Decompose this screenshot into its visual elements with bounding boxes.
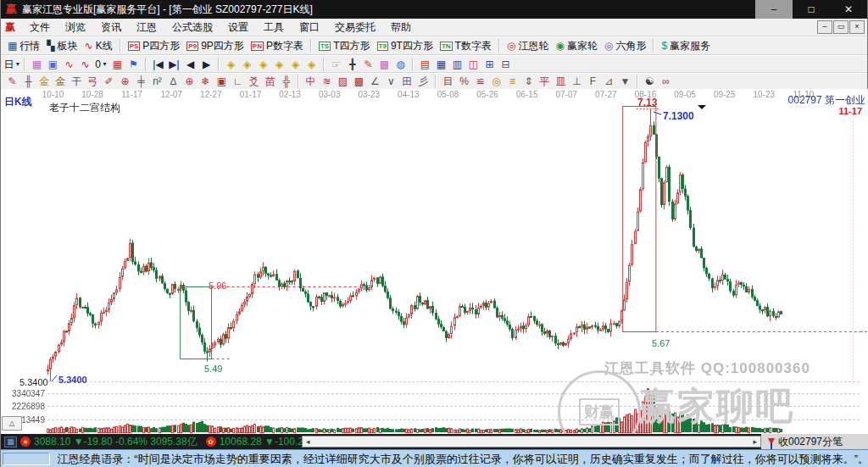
field-tool[interactable]: 田 <box>399 75 415 89</box>
t-line-tool[interactable]: 干 <box>69 75 85 89</box>
pane-collapse-button[interactable]: △ <box>2 416 22 431</box>
time-circle-tool[interactable]: ⊕ <box>117 75 133 89</box>
calculator-icon[interactable]: ▦ <box>433 57 449 71</box>
menu-item-9[interactable]: 交易委托 <box>327 19 383 36</box>
t-square-button[interactable]: TST四方形 <box>315 38 374 53</box>
eye-tool[interactable]: 目 <box>440 75 456 89</box>
marker-tool[interactable]: ✎ <box>360 57 376 71</box>
box-tool[interactable]: ▣ <box>214 75 230 89</box>
slope-tool[interactable]: ⊿ <box>601 75 617 89</box>
digit-selector[interactable]: 0▼ <box>93 57 109 71</box>
menu-item-3[interactable]: 资讯 <box>93 19 129 36</box>
clipboard-tool[interactable]: ▣ <box>45 57 61 71</box>
winner-wheel-button[interactable]: ◉赢家轮 <box>552 38 600 53</box>
quote-grid-icon[interactable]: ▦ <box>4 436 17 448</box>
t-number-table-button[interactable]: TNT数字表 <box>437 38 495 53</box>
bracket-tool[interactable]: ╬ <box>278 75 294 89</box>
window-close-button[interactable]: ✕ <box>830 0 867 19</box>
drop-tool[interactable]: ▼ <box>617 75 633 89</box>
gann-diamond-tool-1[interactable]: ◈ <box>223 57 239 71</box>
menu-item-1[interactable]: 文件 <box>22 19 58 36</box>
arc-tool[interactable]: 弓 <box>85 75 101 89</box>
sectors-button[interactable]: ▚板块 <box>43 38 81 53</box>
notebook-icon[interactable]: ▥ <box>449 57 465 71</box>
mdi-close-button[interactable]: × <box>849 20 865 34</box>
center-tool[interactable]: 中 <box>303 75 319 89</box>
scrollbar-left-arrow[interactable]: ◂ <box>303 437 314 446</box>
kline-mark-up-tool[interactable]: ∿ <box>61 57 77 71</box>
kline-button[interactable]: ∿K线 <box>81 38 116 53</box>
mesh-tool[interactable]: ▩ <box>351 75 367 89</box>
p9-square-button[interactable]: P99P四方形 <box>183 38 247 53</box>
kline-mark-down-tool[interactable]: ∿ <box>77 57 93 71</box>
infinity-tool[interactable]: ∞ <box>658 75 674 89</box>
lines-tool[interactable]: 彡 <box>415 75 431 89</box>
menu-item-6[interactable]: 设置 <box>220 19 256 36</box>
plate-tool[interactable]: 皿 <box>553 75 569 89</box>
nav-first-button[interactable]: |◀ <box>150 57 166 71</box>
menu-item-7[interactable]: 工具 <box>256 19 292 36</box>
wave-tool[interactable]: ≋ <box>319 75 335 89</box>
window-minimize-button[interactable]: – <box>755 0 793 19</box>
golden-stack-tool-2[interactable]: 金 <box>53 75 69 89</box>
scrollbar-right-arrow[interactable]: ▸ <box>749 437 760 446</box>
pen-tool[interactable]: ✎ <box>4 75 20 89</box>
measure-tool[interactable]: ╫ <box>20 75 36 89</box>
menu-item-10[interactable]: 帮助 <box>383 19 419 36</box>
pattern-window-tool[interactable]: ▦ <box>29 57 45 71</box>
hexagon-button[interactable]: ◎六角形 <box>601 38 649 53</box>
red-grid-tool[interactable]: ▦ <box>109 57 125 71</box>
gann-wheel-button[interactable]: ◎江恩轮 <box>504 38 552 53</box>
zigzag-tool[interactable]: ∨ <box>383 75 399 89</box>
target-tool[interactable]: ⊕ <box>181 75 198 89</box>
hand-tool[interactable]: ☞ <box>328 57 344 71</box>
web-tool[interactable]: ▩ <box>376 57 392 71</box>
flag-tool[interactable]: ⚑ <box>125 57 142 71</box>
seed-tool[interactable]: 苗 <box>262 75 278 89</box>
mdi-minimize-button[interactable]: – <box>817 20 832 34</box>
menu-item-5[interactable]: 公式选股 <box>164 19 220 36</box>
fibo-tool[interactable]: F <box>585 75 601 89</box>
calendar-icon[interactable]: ▤ <box>417 57 433 71</box>
ratio-tool[interactable]: ≌ <box>472 75 488 89</box>
mdi-restore-button[interactable]: ▭ <box>833 20 849 34</box>
window-maximize-button[interactable]: □ <box>793 0 830 19</box>
window-icon[interactable]: ⊟ <box>498 57 514 71</box>
nav-next-button[interactable]: ▶ <box>198 57 214 71</box>
square-number-tool[interactable]: n² <box>149 75 165 89</box>
menu-item-8[interactable]: 窗口 <box>292 19 327 36</box>
angle-tool[interactable]: ∆ <box>165 75 181 89</box>
grid2-tool[interactable]: ╪ <box>133 75 149 89</box>
nav-last-button[interactable]: ▶| <box>166 57 182 71</box>
corner-tool[interactable]: ∟ <box>230 75 246 89</box>
p-number-table-button[interactable]: PNP数字表 <box>248 38 307 53</box>
gann-diamond-tool-2[interactable]: ◈ <box>239 57 255 71</box>
gann-diamond-tool-3[interactable]: ◈ <box>255 57 271 71</box>
percent-tool[interactable]: % <box>456 75 472 89</box>
pen2-tool[interactable]: ✐ <box>101 75 117 89</box>
menu-item-2[interactable]: 浏览 <box>58 19 93 36</box>
levels-tool[interactable]: ≡ <box>504 75 520 89</box>
stretch-tool[interactable]: ⇕ <box>520 75 537 89</box>
gann-fan-tool[interactable]: ∠ <box>367 75 383 89</box>
period-selector[interactable]: 日▼ <box>4 57 20 71</box>
chart-horizontal-scrollbar[interactable]: ◂ ▸ <box>302 436 761 448</box>
quotes-button[interactable]: ▦行情 <box>4 38 43 53</box>
yinyang-tool[interactable]: ☯ <box>642 75 658 89</box>
circle-tool[interactable]: ◍ <box>392 57 409 71</box>
menu-item-4[interactable]: 江恩 <box>129 19 164 36</box>
crosshair-tool[interactable]: ╋ <box>344 57 360 71</box>
nav-prev-button[interactable]: ◀ <box>182 57 198 71</box>
shanghai-index-quote[interactable]: 3088.10 ▼-19.80 -0.64% 3095.38亿 <box>34 435 198 449</box>
yao-tool[interactable]: 爻 <box>246 75 262 89</box>
t9-square-button[interactable]: T99T四方形 <box>374 38 437 53</box>
chart-panel[interactable]: 10-1010-2811-1712-0712-2701-1702-1303-03… <box>1 89 868 434</box>
hatch-tool[interactable]: ▨ <box>335 75 351 89</box>
perpendicular-tool[interactable]: ⊥ <box>569 75 585 89</box>
balance-tool[interactable]: 平 <box>537 75 553 89</box>
star-tool[interactable]: ❄ <box>198 75 214 89</box>
golden-stack-tool-1[interactable]: 金 <box>36 75 53 89</box>
device-icon[interactable]: ⊞ <box>481 57 498 71</box>
p-square-button[interactable]: PSP四方形 <box>125 38 184 53</box>
golden-ratio-tool[interactable]: ◎ <box>488 75 504 89</box>
